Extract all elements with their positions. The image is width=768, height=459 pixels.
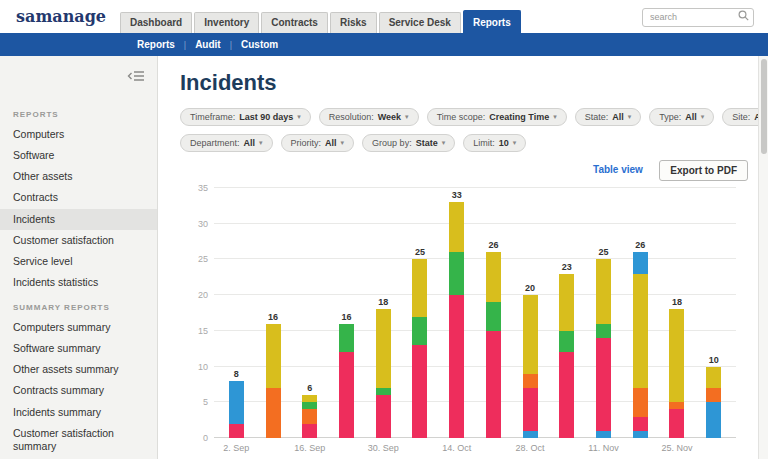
filter-timeframe[interactable]: Timeframe:Last 90 days▾	[180, 108, 311, 126]
tab-dashboard[interactable]: Dashboard	[120, 12, 192, 33]
filter-limit[interactable]: Limit:10▾	[463, 134, 526, 152]
bar-stack[interactable]	[412, 259, 427, 438]
bar-stack[interactable]	[376, 309, 391, 438]
sidebar-item-customer-satisfaction-summary[interactable]: Customer satisfaction summary	[0, 423, 157, 457]
bar-segment-pink[interactable]	[376, 395, 391, 438]
bar-segment-yellow[interactable]	[486, 252, 501, 302]
sidebar-item-service-level[interactable]: Service level	[0, 251, 157, 272]
bar-stack[interactable]	[302, 395, 317, 438]
collapse-sidebar-button[interactable]	[127, 68, 145, 86]
filter-department[interactable]: Department:All▾	[180, 134, 273, 152]
filter-resolution[interactable]: Resolution:Week▾	[319, 108, 419, 126]
sidebar-item-incidents-summary[interactable]: Incidents summary	[0, 402, 157, 423]
bar-segment-yellow[interactable]	[633, 274, 648, 388]
bar-segment-green[interactable]	[486, 302, 501, 331]
sidebar-item-computers-summary[interactable]: Computers summary	[0, 317, 157, 338]
bar-segment-green[interactable]	[339, 324, 354, 353]
filter-state[interactable]: State:All▾	[575, 108, 642, 126]
bar-segment-pink[interactable]	[633, 417, 648, 431]
bar-segment-pink[interactable]	[669, 409, 684, 438]
table-view-link[interactable]: Table view	[593, 164, 643, 175]
bar-segment-yellow[interactable]	[596, 259, 611, 323]
bar-segment-blue[interactable]	[706, 402, 721, 438]
sidebar-item-contracts[interactable]: Contracts	[0, 187, 157, 208]
bar-segment-blue[interactable]	[523, 431, 538, 438]
scrollbar[interactable]	[758, 56, 768, 459]
sidebar-item-incidents-statistics[interactable]: Incidents statistics	[0, 272, 157, 293]
bar-segment-yellow[interactable]	[559, 274, 574, 331]
bar-segment-yellow[interactable]	[302, 395, 317, 402]
bar-segment-orange[interactable]	[633, 388, 648, 417]
tab-service-desk[interactable]: Service Desk	[379, 12, 461, 33]
bar-segment-green[interactable]	[559, 331, 574, 352]
x-axis-label: 16. Sep	[294, 443, 325, 453]
sidebar-item-contracts-summary[interactable]: Contracts summary	[0, 380, 157, 401]
bar-segment-orange[interactable]	[302, 409, 317, 423]
bar-segment-pink[interactable]	[302, 424, 317, 438]
bar-segment-pink[interactable]	[339, 352, 354, 438]
sidebar-item-software-summary[interactable]: Software summary	[0, 338, 157, 359]
bar-segment-yellow[interactable]	[376, 309, 391, 388]
sidebar-item-software[interactable]: Software	[0, 145, 157, 166]
bar-segment-green[interactable]	[376, 388, 391, 395]
bar-stack[interactable]	[596, 259, 611, 438]
scrollbar-thumb[interactable]	[761, 59, 767, 154]
bar-stack[interactable]	[266, 324, 281, 438]
bar-segment-orange[interactable]	[523, 374, 538, 388]
bar-stack[interactable]	[523, 295, 538, 438]
bar-segment-green[interactable]	[302, 402, 317, 409]
bar-segment-yellow[interactable]	[669, 309, 684, 402]
chart-bar: 1830. Sep	[365, 188, 402, 438]
bar-segment-pink[interactable]	[596, 338, 611, 431]
app-logo[interactable]: samanage	[16, 7, 106, 26]
bar-segment-blue[interactable]	[633, 431, 648, 438]
bar-segment-orange[interactable]	[706, 388, 721, 402]
bar-stack[interactable]	[339, 324, 354, 438]
sidebar-item-other-assets-summary[interactable]: Other assets summary	[0, 359, 157, 380]
filter-priority[interactable]: Priority:All▾	[281, 134, 355, 152]
bar-segment-orange[interactable]	[669, 402, 684, 409]
bar-segment-pink[interactable]	[449, 295, 464, 438]
tab-inventory[interactable]: Inventory	[194, 12, 259, 33]
bar-segment-yellow[interactable]	[412, 259, 427, 316]
sidebar-item-other-assets[interactable]: Other assets	[0, 166, 157, 187]
bar-segment-yellow[interactable]	[266, 324, 281, 388]
bar-segment-pink[interactable]	[229, 424, 244, 438]
bar-stack[interactable]	[229, 381, 244, 438]
filter-group-by[interactable]: Group by:State▾	[362, 134, 455, 152]
bar-stack[interactable]	[669, 309, 684, 438]
tab-risks[interactable]: Risks	[330, 12, 377, 33]
bar-stack[interactable]	[633, 252, 648, 438]
sidebar-item-computers[interactable]: Computers	[0, 124, 157, 145]
bar-stack[interactable]	[486, 252, 501, 438]
export-pdf-button[interactable]: Export to PDF	[659, 160, 748, 181]
subnav-item-custom[interactable]: Custom	[232, 39, 287, 50]
chevron-down-icon: ▾	[701, 113, 705, 121]
subnav-item-audit[interactable]: Audit	[186, 39, 230, 50]
bar-segment-yellow[interactable]	[523, 295, 538, 374]
sidebar-item-customer-satisfaction[interactable]: Customer satisfaction	[0, 230, 157, 251]
bar-segment-green[interactable]	[596, 324, 611, 338]
subnav-item-reports[interactable]: Reports	[128, 39, 184, 50]
bar-segment-pink[interactable]	[412, 345, 427, 438]
sidebar-section-heading: SUMMARY REPORTS	[0, 293, 157, 317]
bar-segment-blue[interactable]	[229, 381, 244, 424]
bar-stack[interactable]	[449, 202, 464, 438]
sidebar-item-incidents[interactable]: Incidents	[0, 209, 157, 230]
filter-type[interactable]: Type:All▾	[649, 108, 714, 126]
bar-stack[interactable]	[559, 274, 574, 438]
bar-segment-orange[interactable]	[266, 388, 281, 438]
bar-segment-yellow[interactable]	[449, 202, 464, 252]
bar-segment-pink[interactable]	[486, 331, 501, 438]
tab-reports[interactable]: Reports	[463, 10, 521, 33]
bar-segment-green[interactable]	[412, 317, 427, 346]
bar-segment-blue[interactable]	[596, 431, 611, 438]
bar-segment-blue[interactable]	[633, 252, 648, 273]
filter-time-scope[interactable]: Time scope:Creating Time▾	[427, 108, 567, 126]
bar-segment-pink[interactable]	[523, 388, 538, 431]
tab-contracts[interactable]: Contracts	[261, 12, 328, 33]
bar-segment-pink[interactable]	[559, 352, 574, 438]
bar-segment-green[interactable]	[449, 252, 464, 295]
bar-segment-yellow[interactable]	[706, 367, 721, 388]
bar-stack[interactable]	[706, 367, 721, 438]
